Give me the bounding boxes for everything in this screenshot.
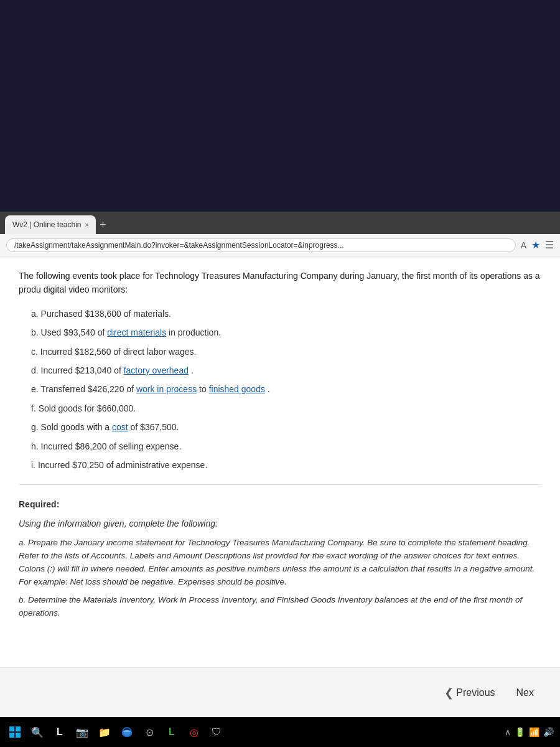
event-c-text: Incurred $182,560 of direct labor wages. [40, 347, 197, 357]
previous-button[interactable]: ❮ Previous [437, 681, 502, 705]
svg-rect-3 [16, 733, 21, 738]
circle-icon[interactable]: ⊙ [141, 723, 158, 741]
req-item-a: a. Prepare the January income statement … [19, 537, 541, 589]
camera-icon[interactable]: 📷 [73, 723, 91, 741]
address-bar: A ★ ☰ [0, 234, 560, 256]
req-item-b: b. Determine the Materials Inventory, Wo… [19, 594, 541, 620]
event-b-before: Used $93,540 of [41, 327, 108, 337]
settings-icon[interactable]: ☰ [545, 239, 554, 251]
using-text: Using the information given, complete th… [19, 517, 541, 530]
tray-wifi-icon: 📶 [529, 727, 539, 737]
event-e-link1[interactable]: work in process [136, 384, 197, 394]
event-d-link[interactable]: factory overhead [124, 365, 189, 375]
intro-paragraph: The following events took place for Tech… [19, 269, 541, 297]
taskbar-left: 🔍 L 📷 📁 ⊙ L ◎ 🛡 [6, 723, 225, 741]
event-e-after: . [268, 384, 270, 394]
search-icon[interactable]: 🔍 [29, 723, 46, 741]
address-bar-icons: A ★ ☰ [521, 239, 554, 251]
taskbar-l2-icon[interactable]: L [163, 723, 180, 741]
next-button[interactable]: Nex [509, 682, 541, 703]
event-f-text: Sold goods for $660,000. [39, 403, 136, 413]
event-d-label: d. [31, 365, 41, 375]
event-e-mid: to [199, 384, 209, 394]
tray-caret-icon[interactable]: ∧ [505, 727, 511, 737]
event-item-h: h. Incurred $86,200 of selling expense. [31, 439, 541, 453]
taskbar-circle2-icon[interactable]: ◎ [185, 723, 203, 741]
event-item-a: a. Purchased $138,600 of materials. [31, 307, 541, 321]
system-tray: ∧ 🔋 📶 🔊 [505, 727, 554, 737]
event-f-label: f. [31, 403, 39, 413]
event-e-label: e. [31, 384, 40, 394]
main-content: The following events took place for Tech… [0, 256, 560, 667]
tab-close-button[interactable]: × [85, 222, 89, 228]
taskbar-l-icon[interactable]: L [51, 723, 68, 741]
tab-title: Wv2 | Online teachin [12, 220, 82, 229]
event-item-g: g. Sold goods with a cost of $367,500. [31, 420, 541, 434]
svg-rect-2 [9, 733, 14, 738]
event-d-after: . [191, 365, 194, 375]
svg-rect-1 [16, 726, 21, 731]
previous-label: Previous [456, 687, 495, 698]
event-item-c: c. Incurred $182,560 of direct labor wag… [31, 345, 541, 359]
events-list: a. Purchased $138,600 of materials. b. U… [31, 307, 541, 472]
previous-chevron-icon: ❮ [444, 686, 454, 700]
event-g-after: of $367,500. [131, 422, 179, 432]
event-d-before: Incurred $213,040 of [41, 365, 124, 375]
event-g-link[interactable]: cost [112, 422, 128, 432]
tray-battery-icon: 🔋 [515, 727, 525, 737]
favorites-icon[interactable]: ★ [531, 239, 540, 251]
event-i-text: Incurred $70,250 of administrative expen… [38, 460, 207, 470]
event-e-before: Transferred $426,220 of [40, 384, 136, 394]
event-item-b: b. Used $93,540 of direct materials in p… [31, 326, 541, 339]
required-label: Required: [19, 497, 541, 511]
folder-icon[interactable]: 📁 [96, 723, 113, 741]
event-a-label: a. [31, 309, 41, 319]
svg-rect-0 [9, 726, 14, 731]
windows-start-icon[interactable] [6, 723, 24, 741]
event-item-f: f. Sold goods for $660,000. [31, 402, 541, 415]
event-e-link2[interactable]: finished goods [209, 384, 265, 394]
browser-tab[interactable]: Wv2 | Online teachin × [5, 215, 96, 234]
taskbar-right: ∧ 🔋 📶 🔊 [505, 727, 554, 737]
event-h-label: h. [31, 441, 41, 451]
event-item-i: i. Incurred $70,250 of administrative ex… [31, 458, 541, 472]
event-g-label: g. [31, 422, 41, 432]
tray-volume-icon[interactable]: 🔊 [543, 727, 554, 737]
event-item-e: e. Transferred $426,220 of work in proce… [31, 382, 541, 396]
separator [19, 484, 541, 485]
edge-icon[interactable] [118, 723, 136, 741]
next-label: Nex [516, 687, 534, 698]
event-b-link[interactable]: direct materials [107, 327, 166, 337]
event-a-text: Purchased $138,600 of materials. [41, 309, 171, 319]
browser-tab-bar: Wv2 | Online teachin × + [0, 212, 560, 234]
taskbar: 🔍 L 📷 📁 ⊙ L ◎ 🛡 ∧ 🔋 📶 🔊 [0, 717, 560, 747]
event-c-label: c. [31, 347, 40, 357]
event-b-label: b. [31, 327, 41, 337]
event-i-label: i. [31, 460, 38, 470]
required-section: Required: Using the information given, c… [19, 497, 541, 619]
bottom-navigation: ❮ Previous Nex [0, 667, 560, 717]
dark-top-area [0, 0, 560, 212]
url-input[interactable] [6, 238, 516, 252]
shield-icon[interactable]: 🛡 [208, 723, 225, 741]
intro-text: The following events took place for Tech… [19, 271, 540, 294]
event-b-after: in production. [169, 327, 221, 337]
event-item-d: d. Incurred $213,040 of factory overhead… [31, 364, 541, 377]
event-h-text: Incurred $86,200 of selling expense. [41, 441, 182, 451]
event-g-before: Sold goods with a [41, 422, 112, 432]
new-tab-button[interactable]: + [100, 218, 106, 232]
read-aloud-icon[interactable]: A [521, 240, 526, 250]
